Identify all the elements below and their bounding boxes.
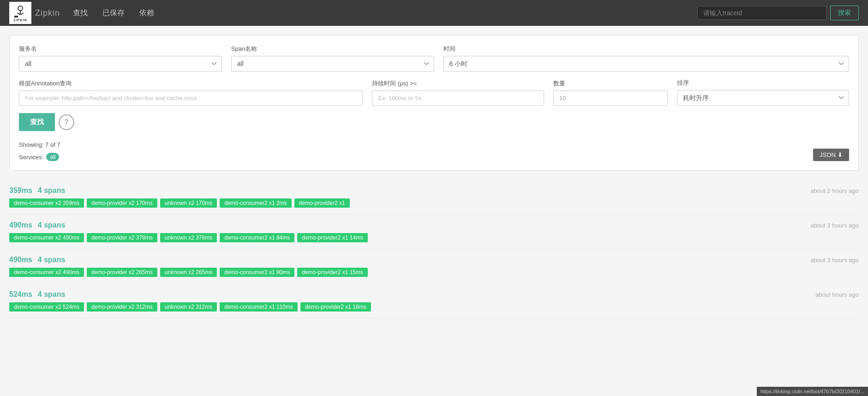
trace-header: 359ms 4 spans about 2 hours ago (9, 186, 859, 195)
trace-tags: demo-consumer x2 359ms demo-provider x2 … (9, 198, 859, 208)
trace-results: 359ms 4 spans about 2 hours ago demo-con… (9, 180, 859, 318)
trace-item[interactable]: 524ms 4 spans about hours ago demo-consu… (9, 284, 859, 318)
tag: demo-consumer2 x1 110ms (220, 302, 298, 312)
span-name-label: Span名称 (231, 45, 434, 53)
service-name-label: 服务名 (19, 45, 222, 53)
trace-tags: demo-consumer x2 490ms demo-provider x2 … (9, 268, 859, 277)
form-group-sort: 排序 耗时升序 (677, 79, 849, 106)
annotation-input[interactable] (19, 90, 363, 106)
tag: unknown x2 265ms (160, 268, 217, 277)
nav-search[interactable]: 查找 (69, 6, 91, 20)
json-button[interactable]: JSON ⬇ (813, 149, 849, 161)
nav-links: 查找 已保存 依赖 (69, 6, 158, 20)
svg-line-2 (17, 13, 20, 15)
trace-spans[interactable]: 4 spans (38, 256, 66, 264)
tag: demo-provider2 x1 15ms (297, 268, 368, 277)
trace-spans[interactable]: 4 spans (38, 290, 66, 299)
tag: demo-provider x2 378ms (87, 233, 157, 242)
json-label: JSON (820, 151, 836, 158)
header: ZIPKIN Zipkin 查找 已保存 依赖 搜索 (0, 0, 868, 26)
search-form-actions: 查找 ? (19, 113, 849, 131)
nav-deps[interactable]: 依赖 (136, 6, 158, 20)
count-input[interactable] (553, 90, 668, 106)
trace-title: 359ms 4 spans (9, 186, 65, 195)
trace-item[interactable]: 490ms 4 spans about 3 hours ago demo-con… (9, 249, 859, 284)
tag: unknown x2 378ms (160, 233, 217, 242)
trace-title: 490ms 4 spans (9, 256, 65, 264)
sort-label: 排序 (677, 79, 849, 87)
logo-container[interactable]: ZIPKIN Zipkin (9, 2, 60, 24)
form-row-2: 根据Annotation查询 持续时间 (μs) >= 数量 排序 耗时升序 (19, 79, 849, 106)
service-name-select[interactable]: all (19, 56, 222, 72)
header-left: ZIPKIN Zipkin 查找 已保存 依赖 (9, 2, 158, 24)
trace-duration[interactable]: 524ms (9, 290, 32, 299)
time-select[interactable]: 6 小时 (443, 56, 850, 72)
tag: demo-provider x2 265ms (87, 268, 157, 277)
trace-tags: demo-consumer x2 490ms demo-provider x2 … (9, 233, 859, 242)
trace-spans[interactable]: 4 spans (38, 221, 66, 229)
trace-duration[interactable]: 359ms (9, 186, 32, 195)
trace-time: about hours ago (815, 291, 859, 298)
trace-time: about 3 hours ago (810, 222, 859, 229)
trace-spans[interactable]: 4 spans (38, 186, 66, 195)
services-label: Services: (19, 154, 43, 161)
form-group-span: Span名称 all (231, 45, 434, 72)
tag: demo-consumer2 x1 2ms (220, 198, 291, 208)
tag: demo-consumer x2 359ms (9, 198, 84, 208)
trace-item[interactable]: 359ms 4 spans about 2 hours ago demo-con… (9, 180, 859, 215)
tag: demo-provider2 x1 (294, 198, 350, 208)
logo-box: ZIPKIN (9, 2, 31, 24)
svg-point-0 (18, 6, 23, 11)
time-label: 时间 (443, 45, 850, 53)
help-button[interactable]: ? (59, 114, 74, 130)
form-group-time: 时间 6 小时 (443, 45, 850, 72)
tag: demo-consumer x2 490ms (9, 233, 84, 242)
trace-header: 524ms 4 spans about hours ago (9, 290, 859, 299)
form-group-count: 数量 (553, 79, 668, 106)
form-group-service: 服务名 all (19, 45, 222, 72)
tag: demo-consumer x2 490ms (9, 268, 84, 277)
trace-duration[interactable]: 490ms (9, 221, 32, 229)
form-group-duration: 持续时间 (μs) >= (372, 79, 544, 106)
svg-line-3 (20, 13, 24, 15)
trace-header: 490ms 4 spans about 3 hours ago (9, 221, 859, 229)
form-group-annotation: 根据Annotation查询 (19, 79, 363, 106)
tag: unknown x2 170ms (160, 198, 217, 208)
nav-saved[interactable]: 已保存 (99, 6, 128, 20)
showing-text: Showing: 7 of 7 (19, 141, 60, 148)
search-traceid-button[interactable]: 搜索 (830, 6, 859, 20)
tag: demo-provider2 x1 14ms (297, 233, 368, 242)
count-label: 数量 (553, 79, 668, 88)
annotation-label: 根据Annotation查询 (19, 79, 363, 88)
sort-select[interactable]: 耗时升序 (677, 90, 849, 106)
trace-title: 490ms 4 spans (9, 221, 65, 229)
span-name-select[interactable]: all (231, 56, 434, 72)
services-info: Services: all (19, 153, 59, 161)
search-button[interactable]: 查找 (19, 113, 55, 131)
services-badge: all (46, 153, 59, 161)
download-icon: ⬇ (838, 151, 843, 158)
trace-time: about 2 hours ago (810, 187, 859, 194)
form-row-1: 服务名 all Span名称 all 时间 6 小时 (19, 45, 849, 72)
tag: demo-provider x2 312ms (87, 302, 157, 312)
trace-title: 524ms 4 spans (9, 290, 65, 299)
duration-input[interactable] (372, 90, 544, 106)
traceid-input[interactable] (697, 6, 826, 20)
trace-time: about 3 hours ago (810, 257, 859, 264)
duration-label: 持续时间 (μs) >= (372, 79, 544, 88)
trace-item[interactable]: 490ms 4 spans about 3 hours ago demo-con… (9, 215, 859, 249)
svg-rect-4 (14, 16, 18, 18)
logo-sub-text: ZIPKIN (14, 18, 27, 22)
zipkin-logo-icon (13, 5, 27, 18)
trace-duration[interactable]: 490ms (9, 256, 32, 264)
results-info: Showing: 7 of 7 Services: all (19, 137, 60, 161)
tag: demo-consumer2 x1 90ms (220, 268, 294, 277)
search-form: 服务名 all Span名称 all 时间 6 小时 根据Annotation (9, 35, 859, 171)
main-content: 服务名 all Span名称 all 时间 6 小时 根据Annotation (0, 26, 868, 328)
tag: demo-provider2 x1 18ms (300, 302, 371, 312)
header-right: 搜索 (697, 6, 859, 20)
tag: demo-provider x2 170ms (87, 198, 157, 208)
trace-header: 490ms 4 spans about 3 hours ago (9, 256, 859, 264)
tag: unknown x2 312ms (160, 302, 217, 312)
logo-text: Zipkin (35, 8, 60, 18)
